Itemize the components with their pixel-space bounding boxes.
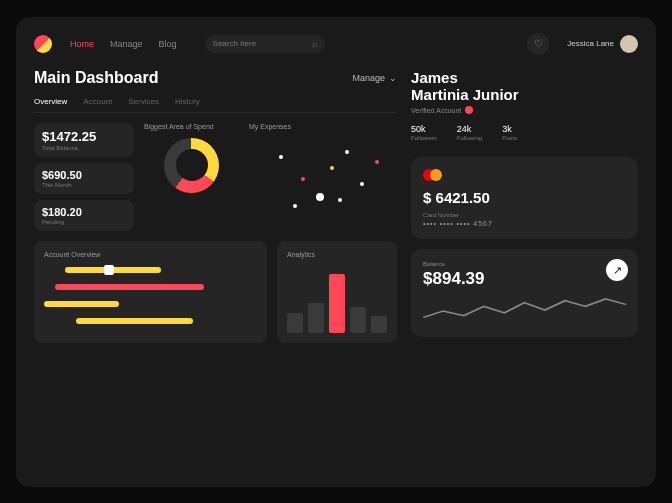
summary-stack: $1472.25 Total Balance $690.50 This Mont… — [34, 123, 134, 231]
nav-home[interactable]: Home — [70, 39, 94, 49]
bar — [371, 316, 387, 332]
data-point — [338, 198, 342, 202]
verified-row: Verified Account — [411, 106, 638, 114]
stat-posts: 3k Posts — [502, 124, 517, 141]
verified-label: Verified Account — [411, 107, 461, 114]
app-window: Home Manage Blog Search here ⌕ ♡ Jessica… — [16, 17, 656, 487]
body: Main Dashboard Manage ⌄ Overview Account… — [34, 69, 638, 471]
summary-value: $1472.25 — [42, 129, 126, 144]
summary-row: $1472.25 Total Balance $690.50 This Mont… — [34, 123, 397, 231]
bottom-row: Account Overview Analytics — [34, 241, 397, 343]
sparkline-chart — [423, 297, 626, 325]
stat-label: Following — [457, 135, 482, 141]
stat-label: Followers — [411, 135, 437, 141]
data-point — [330, 166, 334, 170]
title-row: Main Dashboard Manage ⌄ — [34, 69, 397, 87]
summary-value: $180.20 — [42, 206, 126, 218]
search-icon: ⌕ — [312, 39, 317, 49]
donut-title: Biggest Area of Spend — [144, 123, 214, 130]
analytics-card: Analytics — [277, 241, 397, 343]
credit-card[interactable]: $ 6421.50 Card Number •••• •••• •••• 456… — [411, 157, 638, 239]
stat-following: 24k Following — [457, 124, 482, 141]
avatar — [620, 35, 638, 53]
summary-sub: Total Balance — [42, 145, 126, 151]
gantt-bar — [44, 301, 119, 307]
tab-overview[interactable]: Overview — [34, 97, 67, 106]
summary-card-1[interactable]: $690.50 This Month — [34, 163, 134, 194]
analytics-title: Analytics — [287, 251, 315, 258]
summary-value: $690.50 — [42, 169, 126, 181]
left-column: Main Dashboard Manage ⌄ Overview Account… — [34, 69, 397, 471]
analytics-bars — [287, 268, 387, 333]
profile-name-line2: Martinia Junior — [411, 86, 638, 103]
data-point — [279, 155, 283, 159]
bar — [287, 313, 303, 333]
gantt-row — [44, 282, 257, 292]
donut-chart — [164, 138, 219, 193]
arrow-icon: ↗ — [613, 264, 622, 277]
donut-card: Biggest Area of Spend — [144, 123, 239, 231]
stat-value: 24k — [457, 124, 482, 134]
logo-icon — [34, 35, 52, 53]
gantt-row — [44, 299, 257, 309]
card-number: •••• •••• •••• 4567 — [423, 220, 626, 227]
page-title: Main Dashboard — [34, 69, 158, 87]
tabs: Overview Account Services History — [34, 97, 397, 113]
gantt-bar — [76, 318, 193, 324]
gantt-row — [44, 265, 257, 275]
primary-nav: Home Manage Blog — [70, 39, 177, 49]
gantt-handle[interactable] — [104, 265, 114, 275]
profile-stats: 50k Followers 24k Following 3k Posts — [411, 124, 638, 141]
tab-account[interactable]: Account — [83, 97, 112, 106]
search-input[interactable]: Search here ⌕ — [205, 35, 325, 53]
bar-highlight — [329, 274, 345, 333]
card-sub: Card Number — [423, 212, 626, 218]
notifications-button[interactable]: ♡ — [527, 33, 549, 55]
tab-services[interactable]: Services — [128, 97, 159, 106]
data-point — [316, 193, 324, 201]
scatter-title: My Expenses — [249, 123, 397, 130]
gantt-bar — [55, 284, 204, 290]
data-point — [301, 177, 305, 181]
manage-label: Manage — [353, 73, 386, 83]
search-placeholder: Search here — [213, 39, 257, 48]
user-menu[interactable]: Jessica Lane — [567, 35, 638, 53]
gantt-title: Account Overview — [44, 251, 257, 258]
nav-manage[interactable]: Manage — [110, 39, 143, 49]
data-point — [345, 150, 349, 154]
topbar: Home Manage Blog Search here ⌕ ♡ Jessica… — [34, 33, 638, 55]
summary-sub: This Month — [42, 182, 126, 188]
stat-value: 3k — [502, 124, 517, 134]
balance-label: Balance — [423, 261, 626, 267]
verified-badge-icon — [465, 106, 473, 114]
stat-value: 50k — [411, 124, 437, 134]
balance-card: ↗ Balance $894.39 — [411, 249, 638, 337]
summary-card-2[interactable]: $180.20 Pending — [34, 200, 134, 231]
data-point — [360, 182, 364, 186]
profile-block: James Martinia Junior Verified Account 5… — [411, 69, 638, 142]
scatter-card: My Expenses — [249, 123, 397, 231]
right-column: James Martinia Junior Verified Account 5… — [411, 69, 638, 471]
bell-icon: ♡ — [534, 38, 543, 49]
gantt-row — [44, 316, 257, 326]
add-button[interactable]: ↗ — [606, 259, 628, 281]
card-balance: $ 6421.50 — [423, 189, 626, 206]
summary-card-0[interactable]: $1472.25 Total Balance — [34, 123, 134, 157]
gantt-card: Account Overview — [34, 241, 267, 343]
mastercard-icon — [423, 169, 626, 181]
tab-history[interactable]: History — [175, 97, 200, 106]
manage-button[interactable]: Manage ⌄ — [353, 73, 398, 83]
stat-label: Posts — [502, 135, 517, 141]
nav-blog[interactable]: Blog — [159, 39, 177, 49]
data-point — [375, 160, 379, 164]
user-name: Jessica Lane — [567, 39, 614, 48]
profile-name-line1: James — [411, 69, 638, 86]
summary-sub: Pending — [42, 219, 126, 225]
balance-value: $894.39 — [423, 269, 626, 289]
data-point — [293, 204, 297, 208]
chevron-down-icon: ⌄ — [389, 73, 397, 83]
stat-followers: 50k Followers — [411, 124, 437, 141]
bar — [350, 307, 366, 333]
bar — [308, 303, 324, 332]
